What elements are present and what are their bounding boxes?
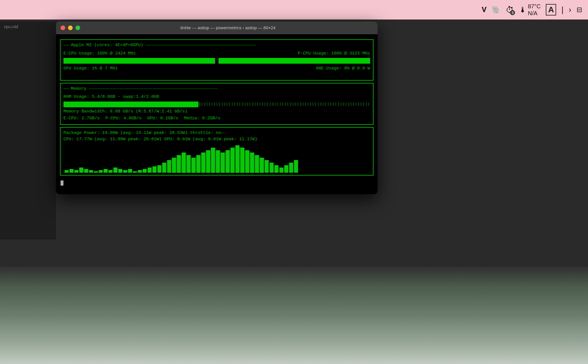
control-center-icon[interactable]: ⊟ xyxy=(577,6,582,14)
chart-bar xyxy=(201,153,205,172)
chart-bar xyxy=(84,169,88,173)
chart-bar xyxy=(211,148,215,172)
cpu-section: —— Apple M2 (cores: 4E+4P+8GPU) ————————… xyxy=(60,39,374,81)
translate-icon[interactable]: A xyxy=(546,4,556,15)
ane-label: ANE Usage: 0% @ 0.0 W xyxy=(316,65,370,72)
cursor xyxy=(61,180,63,186)
chart-bar xyxy=(284,165,288,173)
chart-bar xyxy=(265,160,269,172)
chart-bar xyxy=(196,155,200,172)
chart-bar xyxy=(65,170,69,173)
chart-bar xyxy=(157,165,161,173)
chart-bar xyxy=(118,169,122,173)
chart-bar xyxy=(89,170,93,173)
chart-bar xyxy=(216,150,220,173)
chart-bar xyxy=(172,158,176,173)
chart-bar xyxy=(260,158,264,173)
media-bw: Media: 0.2GB/s xyxy=(184,115,220,122)
terminal-window: tinhte — asitop — powermetrics ‹ asitop … xyxy=(56,22,378,194)
forward-icon[interactable]: › xyxy=(569,5,571,14)
terminal-cursor-area xyxy=(59,178,375,189)
sidebar-label: cpu.c4d xyxy=(0,22,56,32)
chart-bar xyxy=(226,150,230,173)
chart-bar xyxy=(69,169,74,173)
chart-bar xyxy=(235,145,239,173)
power-section: Package Power: 19.00W (avg: 13.11W peak:… xyxy=(60,127,374,176)
chart-bar xyxy=(148,168,152,172)
menubar: V 🐘 ⏱ 3 🌡 87°C N/A A | › ⊟ xyxy=(0,0,588,20)
clock-icon[interactable]: ⏱ 3 xyxy=(506,5,514,15)
chart-bar xyxy=(274,165,278,173)
chart-bar xyxy=(187,155,191,172)
thermometer-icon: 🌡 xyxy=(519,5,527,14)
chart-bar xyxy=(138,170,142,173)
chart-bar xyxy=(123,170,127,173)
evernote-icon[interactable]: 🐘 xyxy=(492,5,501,14)
gpu-label: GPU Usage: 1% @ 7 MHz xyxy=(63,65,118,72)
temp-value: 87°C xyxy=(528,3,541,10)
chart-bar xyxy=(177,155,181,172)
cpu-power-label: CPU: 17.77W (avg: 11.96W peak: 26.61W) G… xyxy=(63,136,370,143)
chart-bar xyxy=(182,153,186,172)
chart-bar xyxy=(162,163,166,173)
chart-bar xyxy=(99,170,103,173)
close-button[interactable] xyxy=(61,26,65,30)
chart-bar xyxy=(206,150,210,173)
chart-bar xyxy=(221,153,225,172)
ram-label: RAM Usage: 5.4/8.0GB - swap:1.4/2.0GB xyxy=(63,94,370,100)
chart-bar xyxy=(79,168,83,172)
chart-bar xyxy=(74,170,78,173)
chart-bar xyxy=(143,169,147,173)
memory-section: —— Memory ——————————————————————————————… xyxy=(60,83,374,125)
bottom-photo xyxy=(0,266,588,364)
memory-header: Memory xyxy=(71,86,86,92)
chart-bar xyxy=(94,171,98,172)
chart-bar xyxy=(289,163,293,173)
chart-bar xyxy=(250,153,254,172)
temp-sub-value: N/A xyxy=(528,10,541,17)
chart-bar xyxy=(104,169,108,173)
chart-bar xyxy=(192,158,196,173)
chart-bar xyxy=(255,155,259,172)
chart-bar xyxy=(294,160,298,172)
chart-bar xyxy=(128,169,132,173)
divider-icon: | xyxy=(561,5,563,14)
power-chart xyxy=(63,144,370,173)
bandwidth-label: Memory Bandwidth: 8.08 GB/s (R:5.67/W:2.… xyxy=(63,108,370,115)
chart-bar xyxy=(113,168,117,172)
pcpu-bw: P-CPU: 4.0GB/s xyxy=(105,115,142,122)
chart-bar xyxy=(245,150,249,173)
chart-bar xyxy=(152,166,156,173)
minimize-button[interactable] xyxy=(68,26,73,30)
maximize-button[interactable] xyxy=(76,26,80,30)
chart-bar xyxy=(240,148,244,172)
v-icon[interactable]: V xyxy=(482,5,487,14)
gpu-bar: ||||||||||||||||||||||||||||||||||||||||… xyxy=(63,73,370,78)
terminal-content: —— Apple M2 (cores: 4E+4P+8GPU) ————————… xyxy=(56,34,378,194)
pkg-label: Package Power: 19.00W (avg: 13.11W peak:… xyxy=(63,130,221,137)
pcpu-label: P-CPU Usage: 100% @ 3123 MHz xyxy=(298,50,370,57)
chart-bar xyxy=(167,160,171,172)
chart-bar xyxy=(133,171,137,172)
temp-display: 🌡 87°C N/A xyxy=(519,3,541,17)
gpu-bw: GPU: 0.1GB/s xyxy=(147,115,178,122)
chart-bar xyxy=(270,163,274,173)
ecpu-label: E-CPU Usage: 100% @ 2424 MHz xyxy=(63,50,136,57)
chart-bar xyxy=(109,170,113,173)
sidebar: cpu.c4d xyxy=(0,22,56,240)
chart-bar xyxy=(231,148,235,172)
chart-bar xyxy=(279,168,283,172)
ecpu-bw: E-CPU: 2.7GB/s xyxy=(63,115,100,122)
title-bar: tinhte — asitop — powermetrics ‹ asitop … xyxy=(56,22,378,34)
window-title: tinhte — asitop — powermetrics ‹ asitop … xyxy=(83,25,373,30)
cpu-header: Apple M2 (cores: 4E+4P+8GPU) xyxy=(71,42,143,49)
